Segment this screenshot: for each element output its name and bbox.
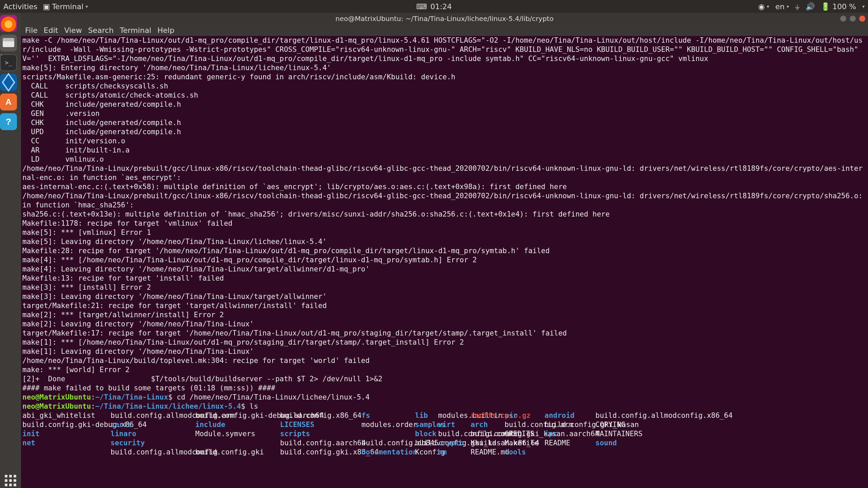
terminal-line: Makefile:1178: recipe for target 'vmlinu… (22, 219, 867, 228)
keyboard-icon: ⌨ (416, 2, 427, 11)
menu-view[interactable]: View (64, 26, 82, 35)
terminal-line: make[2]: *** [target/allwinner/install] … (22, 310, 867, 320)
terminal-line: [2]+ Done $T/tools/build/buildserver --p… (22, 374, 867, 384)
ls-entry: rootfs.cpio.gz (471, 411, 505, 420)
ls-entry: CREDITS (505, 429, 545, 439)
terminal-line: /home/neo/Tina/Tina-Linux/build/toplevel… (22, 356, 867, 365)
terminal-line: CHK include/generated/compile.h (22, 100, 867, 109)
ls-entry: certs (111, 420, 195, 429)
ls-entry: android (545, 411, 595, 420)
terminal-line: make[2]: Leaving directory '/home/neo/Ti… (22, 320, 867, 329)
terminal-window: neo@MatrixUbuntu: ~/Tina/Tina-Linux/lich… (21, 13, 868, 488)
ls-entry: tools (505, 448, 545, 457)
app-menu[interactable]: ▣ Terminal ▾ (43, 2, 88, 11)
battery-icon: 🔋 (821, 2, 830, 11)
menu-file[interactable]: File (25, 26, 38, 35)
ls-entry (22, 448, 111, 457)
help-icon[interactable] (0, 113, 17, 130)
window-titlebar[interactable]: neo@MatrixUbuntu: ~/Tina/Tina-Linux/lich… (21, 13, 868, 24)
ls-entry: build.config.arm (505, 420, 545, 429)
vscode-icon[interactable] (0, 74, 17, 91)
terminal-line: make[3]: *** [install] Error 2 (22, 283, 867, 292)
ls-entry: Kbuild (471, 439, 505, 448)
ls-output: abi_gki_whitelistbuild.config.allmodconf… (22, 411, 867, 457)
menu-terminal[interactable]: Terminal (120, 26, 151, 35)
terminal-line: /home/neo/Tina/Tina-Linux/prebuilt/gcc/l… (22, 164, 867, 182)
ls-entry: build.config.gki-debug.aarch64 (195, 411, 280, 420)
terminal-line: LD vmlinux.o (22, 155, 867, 164)
terminal-line: scripts/Makefile.asm-generic:25: redunda… (22, 73, 867, 82)
ls-entry: security (111, 439, 195, 448)
launcher-dock (0, 13, 21, 488)
show-applications-icon[interactable] (3, 473, 18, 488)
terminal-line: make[5]: Leaving directory '/home/neo/Ti… (22, 237, 867, 246)
clock[interactable]: 01:24 (430, 2, 452, 11)
volume-icon[interactable]: 🔊 (806, 2, 815, 11)
ls-entry: build.config.db845c (361, 439, 415, 448)
terminal-line: make[4]: Leaving directory '/home/neo/Ti… (22, 265, 867, 274)
menu-search[interactable]: Search (88, 26, 114, 35)
window-close-button[interactable] (859, 16, 865, 22)
menu-edit[interactable]: Edit (44, 26, 58, 35)
files-icon[interactable] (0, 35, 17, 52)
ls-entry: lib (415, 411, 438, 420)
ls-entry: samples (415, 420, 438, 429)
ubuntu-software-icon[interactable] (0, 94, 17, 110)
window-title: neo@MatrixUbuntu: ~/Tina/Tina-Linux/lich… (335, 15, 553, 23)
gnome-topbar: Activities ▣ Terminal ▾ ⌨ 01:24 ◉ ▾ en ▾… (0, 0, 868, 13)
ls-entry: Documentation (361, 448, 415, 457)
ls-entry: scripts (280, 429, 361, 439)
window-maximize-button[interactable] (850, 16, 856, 22)
ls-entry (195, 439, 280, 448)
ls-entry: build.config.aarch64 (280, 439, 361, 448)
terminal-app-icon[interactable] (0, 54, 17, 71)
ls-entry: arch (471, 420, 505, 429)
terminal-line: make[5]: Entering directory '/home/neo/T… (22, 63, 867, 73)
chevron-down-icon: ▾ (862, 4, 865, 9)
terminal-line: /home/neo/Tina/Tina-Linux/prebuilt/gcc/l… (22, 191, 867, 210)
ls-entry (361, 429, 415, 439)
terminal-line: GEN .version (22, 109, 867, 118)
terminal-output[interactable]: make -C /home/neo/Tina/Tina-Linux/out/d1… (21, 36, 868, 488)
ls-entry: MAINTAINERS (595, 429, 636, 439)
ls-entry: modules.order (361, 420, 415, 429)
terminal-line: target/Makefile:21: recipe for target 't… (22, 301, 867, 310)
terminal-line: make[3]: Leaving directory '/home/neo/Ti… (22, 292, 867, 301)
ls-entry: include (195, 420, 280, 429)
terminal-line: target/Makefile:17: recipe for target '/… (22, 329, 867, 338)
network-icon[interactable]: ⏚ (795, 2, 800, 11)
ls-entry: build.config.gki.x86_64 (280, 448, 361, 457)
terminal-line: make -C /home/neo/Tina/Tina-Linux/out/d1… (22, 36, 867, 63)
ls-entry: net (22, 439, 111, 448)
ls-entry: build.config.gki_kasan (545, 420, 595, 429)
ls-entry: build.config.gki-debug.x86_64 (22, 420, 111, 429)
firefox-icon[interactable] (0, 15, 17, 32)
ls-entry: ipc (545, 429, 595, 439)
activities-button[interactable]: Activities (3, 2, 37, 11)
terminal-line: #### make failed to build some targets (… (22, 384, 867, 393)
menu-help[interactable]: Help (157, 26, 174, 35)
ls-entry: usr (505, 411, 545, 420)
ls-entry: COPYING (595, 420, 636, 429)
ls-entry (545, 448, 595, 457)
input-source[interactable]: en ▾ (775, 2, 789, 11)
ls-entry: abi_gki_whitelist (22, 411, 111, 420)
ls-entry: README.md (471, 448, 505, 457)
terminal-menubar: File Edit View Search Terminal Help (21, 24, 868, 36)
ls-entry: build.config.x86_64 (280, 411, 361, 420)
terminal-line: CALL scripts/checksyscalls.sh (22, 82, 867, 91)
window-minimize-button[interactable] (840, 16, 846, 22)
ls-entry: README (545, 439, 595, 448)
ls-entry: build.config.allmodconfig.arm (111, 411, 195, 420)
prompt-line: neo@MatrixUbuntu:~/Tina/Tina-Linux$ cd /… (22, 393, 867, 402)
terminal-line: UPD include/generated/compile.h (22, 127, 867, 137)
ls-entry: Kconfig (415, 448, 438, 457)
terminal-line: Makefile:28: recipe for target '/home/ne… (22, 246, 867, 256)
terminal-line: Makefile:13: recipe for target 'install'… (22, 274, 867, 283)
terminal-line: aes-internal-enc.c:(.text+0x58): multipl… (22, 182, 867, 191)
ls-entry: init (22, 429, 111, 439)
ls-entry: build.config.gki_kasan.x86_64 (415, 439, 438, 448)
accessibility-menu[interactable]: ◉ ▾ (758, 2, 769, 11)
ls-entry: block (415, 429, 438, 439)
battery-status[interactable]: 🔋 100 % (821, 2, 856, 11)
